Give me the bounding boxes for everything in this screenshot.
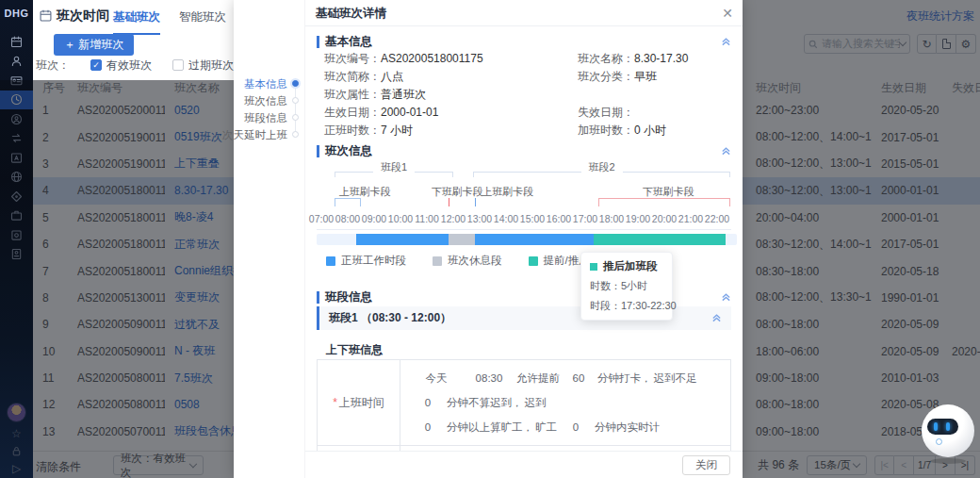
field: 班次简称：八点 (324, 69, 403, 85)
punch-window-tick (449, 198, 449, 206)
shift-detail-modal: 基本信息班次信息班段信息次天延时上班 基础班次详情 ✕ 基本信息 班次编号：AS… (234, 0, 743, 478)
field-value: AS20200518001175 (381, 52, 483, 65)
field-label: 加班时数： (578, 124, 634, 137)
checkbox-empty-icon (172, 59, 184, 71)
punch-rule-row: *上班时间今天08:30允许提前60分钟打卡，迟到不足0分钟不算迟到，迟到0分钟… (318, 360, 730, 446)
tab-1[interactable]: 基础班次 (113, 9, 160, 35)
page-title: 班次时间 (57, 8, 109, 25)
rule-text: 迟到 (525, 397, 547, 408)
robot-eye (934, 422, 938, 431)
collapse-up-icon[interactable] (721, 36, 731, 49)
anchor-dot (292, 131, 299, 138)
basic-field-row: 班次属性：普通班次 (317, 87, 731, 105)
assistant-robot[interactable] (922, 404, 974, 457)
modal-footer: 关闭 (305, 451, 743, 478)
expired-shift-checkbox[interactable]: 过期班次 (172, 58, 234, 74)
field: 班次属性：普通班次 (324, 87, 426, 103)
add-shift-button[interactable]: ＋ 新增班次 (54, 34, 134, 56)
anchor-item-2[interactable]: 班次信息 (244, 94, 287, 108)
anchor-dot (292, 114, 299, 121)
field-label: 生效日期： (324, 106, 381, 119)
punch-rule-content: 今天08:30允许提前60分钟打卡，迟到不足0分钟不算迟到，迟到0分钟以上算旷工… (400, 360, 730, 445)
field-label: 班次分类： (578, 70, 634, 83)
overtime-color-swatch (590, 263, 597, 271)
legend-label: 正班工作时段 (341, 254, 406, 268)
rule-text: 允许提前 (516, 372, 560, 384)
valid-shift-checkbox[interactable]: ✓有效班次 (90, 58, 152, 74)
legend-item: 正班工作时段 (326, 254, 406, 268)
anchor-item-1[interactable]: 基本信息 (244, 77, 287, 91)
modal-body: 基本信息 班次编号：AS20200518001175班次名称：8.30-17.3… (305, 26, 743, 451)
rule-text: 分钟打卡， (597, 372, 652, 384)
sidebar-item-user-icon[interactable] (0, 52, 33, 72)
field-label: 失效日期： (578, 106, 634, 119)
close-button[interactable]: 关闭 (682, 455, 730, 475)
rule-text: 分钟以上算旷工， (447, 421, 533, 433)
robot-shadow (930, 458, 966, 464)
field-label: 班次名称： (578, 52, 634, 65)
punch-window-bracket (598, 198, 730, 206)
field-value: 7 小时 (381, 124, 413, 137)
basic-field-row: 正班时数：7 小时加班时数：0 小时 (317, 123, 731, 140)
timeline-legend: 正班工作时段班次休息段提前/推后加班段 (326, 254, 622, 268)
basic-field-row: 班次简称：八点班次分类：早班 (317, 69, 731, 87)
section-accent-bar (317, 36, 319, 48)
app-logo: DHG (0, 0, 33, 26)
field-label: 班次属性： (324, 88, 381, 101)
punch-rules-table: *上班时间今天08:30允许提前60分钟打卡，迟到不足0分钟不算迟到，迟到0分钟… (317, 359, 731, 451)
robot-emblem (936, 438, 942, 445)
collapse-up-icon[interactable] (711, 312, 722, 325)
timeline-track (317, 234, 737, 245)
collapse-up-icon[interactable] (721, 291, 731, 305)
field-label: 正班时数： (324, 124, 381, 137)
rule-text: 迟到不足 (654, 372, 697, 384)
punch-window-label: 下班刷卡段 (643, 185, 694, 199)
field-label: 班次简称： (324, 70, 381, 83)
rule-value: 0 (410, 415, 446, 439)
sidebar-item-schedule-icon[interactable] (0, 32, 33, 52)
field-value: 8.30-17.30 (634, 52, 688, 65)
legend-item: 班次休息段 (433, 254, 502, 268)
field: 加班时数：0 小时 (578, 123, 666, 139)
timeline-segment-work (475, 234, 594, 245)
field: 班次分类：早班 (578, 69, 657, 85)
punch-rule-label: *上班时间 (318, 360, 400, 445)
punch-window-tick (475, 198, 476, 206)
section-basic-info: 基本信息 (317, 34, 731, 50)
punch-window-bracket (335, 198, 361, 206)
modal-title-bar: 基础班次详情 ✕ (305, 0, 743, 26)
basic-field-row: 班次编号：AS20200518001175班次名称：8.30-17.30 (317, 51, 731, 69)
field: 生效日期：2000-01-01 (324, 105, 438, 121)
section-accent-bar (317, 291, 319, 304)
robot-visor (927, 419, 958, 435)
field-label: 班次编号： (324, 52, 381, 65)
close-icon[interactable]: ✕ (722, 0, 733, 26)
rule-value: 08:30 (463, 366, 515, 390)
field: 正班时数：7 小时 (324, 123, 413, 139)
basic-field-row: 生效日期：2000-01-01失效日期： (317, 105, 731, 123)
rule-value: 0 (558, 415, 594, 439)
anchor-item-4[interactable]: 次天延时上班 (222, 128, 287, 142)
rule-text: 分钟内实时计 (595, 421, 660, 433)
rule-value: 60 (561, 366, 596, 390)
tab-2[interactable]: 智能班次 (179, 9, 226, 35)
schedule-page-icon (39, 8, 53, 23)
timeline-segment-work (356, 234, 449, 245)
anchor-item-3[interactable]: 班段信息 (244, 111, 287, 125)
punch-window-label: 上班刷卡段 (339, 185, 391, 199)
punch-window-label: 上班刷卡段 (482, 185, 533, 199)
user-icon (9, 54, 24, 68)
segment-group-label: 班段2 (580, 160, 622, 174)
rule-value: 0 (410, 390, 446, 415)
segment-group-label: 班段1 (373, 160, 415, 174)
modal-anchor-nav: 基本信息班次信息班段信息次天延时上班 (234, 0, 304, 478)
axis-tick: 22:00 (701, 213, 733, 224)
punch-window-label: 下班刷卡段 (432, 185, 483, 199)
legend-swatch (326, 256, 335, 266)
timeline-tooltip: 推后加班段 时数：5小时 时段：17:30-22:30 (580, 252, 673, 321)
anchor-dot (292, 80, 299, 87)
anchor-connector-line (295, 85, 296, 136)
rule-value: 今天 (410, 366, 463, 390)
schedule-icon (9, 35, 24, 49)
modal-main: 基础班次详情 ✕ 基本信息 班次编号：AS20200518001175班次名称：… (304, 0, 743, 478)
